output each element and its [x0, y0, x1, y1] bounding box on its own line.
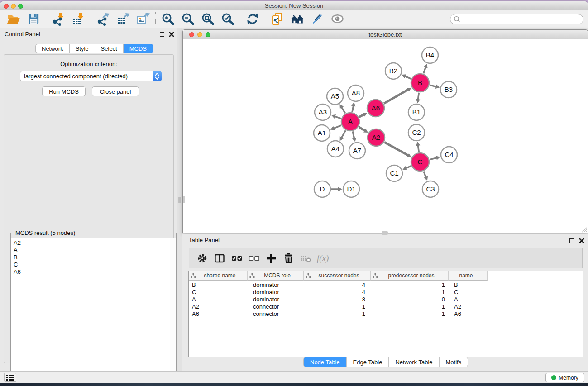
graph-edge-A-A3 — [335, 116, 341, 119]
graph-edge-A-A2 — [359, 127, 365, 131]
edge-arrowhead — [352, 138, 356, 142]
export-network-button[interactable] — [93, 11, 113, 27]
graph-edge-C-C1 — [406, 166, 411, 168]
tab-edge-table[interactable]: Edge Table — [347, 357, 389, 367]
column-namespace-icon — [249, 273, 255, 278]
column-header-label: shared name — [196, 272, 247, 279]
task-history-button[interactable] — [4, 373, 16, 382]
zoom-fit-button[interactable] — [198, 11, 218, 27]
tab-network[interactable]: Network — [35, 44, 70, 53]
graph-edge-A-A5 — [342, 107, 345, 113]
result-scrollbar[interactable] — [170, 238, 176, 383]
table-row-a[interactable]: Adominator80A — [189, 296, 583, 303]
tab-select[interactable]: Select — [95, 44, 124, 53]
network-graph-canvas[interactable]: AA1A3A4A5A7A8A6A2BB1B2B3B4CC1C2C3C4DD1 — [183, 40, 588, 233]
run-mcds-button[interactable]: Run MCDS — [42, 86, 86, 96]
graph-node-label-D1: D1 — [347, 185, 355, 193]
memory-button[interactable]: Memory — [545, 373, 584, 382]
result-item-a[interactable]: A — [11, 247, 170, 254]
table-row-a6[interactable]: A6connector11A6 — [189, 310, 583, 318]
search-input[interactable] — [461, 15, 583, 24]
column-header-name[interactable]: name — [449, 271, 488, 281]
show-graphics-details-button[interactable] — [327, 11, 347, 27]
apply-function-button[interactable]: f(x) — [314, 250, 329, 267]
horizontal-splitter-handle[interactable] — [382, 231, 388, 235]
tab-motifs[interactable]: Motifs — [440, 357, 468, 367]
tab-network-table[interactable]: Network Table — [389, 357, 439, 367]
graph-node-label-D: D — [320, 185, 325, 193]
network-window-titlebar: testGlobe.txt — [183, 30, 588, 39]
new-network-from-selection-button[interactable] — [268, 11, 287, 27]
export-table-button[interactable] — [113, 11, 133, 27]
result-item-c[interactable]: C — [11, 261, 170, 268]
delete-column-button[interactable] — [280, 250, 297, 267]
search-field[interactable] — [450, 14, 583, 24]
table-cell: dominator — [248, 289, 304, 296]
import-network-icon — [52, 12, 65, 26]
column-header-shared-name[interactable]: shared name — [189, 271, 248, 281]
graph-node-label-C3: C3 — [426, 185, 435, 193]
table-panel-title: Table Panel — [189, 237, 220, 243]
graph-node-label-A5: A5 — [331, 92, 339, 100]
result-item-a2[interactable]: A2 — [11, 239, 170, 247]
graph-edge-C-C3 — [424, 172, 426, 177]
panel-splitter[interactable] — [177, 28, 182, 371]
hide-labels-button[interactable] — [307, 11, 327, 27]
edge-arrowhead — [436, 156, 440, 160]
zoom-out-button[interactable] — [178, 11, 198, 27]
tab-mcds[interactable]: MCDS — [124, 44, 153, 53]
column-header-MCDS-role[interactable]: MCDS role — [248, 271, 304, 281]
tab-node-table[interactable]: Node Table — [304, 357, 347, 367]
houses-icon — [290, 13, 305, 25]
export-image-button[interactable] — [133, 11, 153, 27]
result-item-b[interactable]: B — [11, 254, 170, 261]
first-neighbors-button[interactable] — [287, 11, 307, 27]
graph-node-label-A: A — [348, 118, 353, 125]
gear-icon — [197, 253, 208, 264]
delete-table-button[interactable] — [297, 250, 314, 267]
import-table-button[interactable] — [68, 11, 88, 27]
split-view-button[interactable] — [211, 250, 228, 267]
splitter-handle[interactable] — [178, 197, 181, 203]
result-item-a6[interactable]: A6 — [11, 268, 170, 276]
desktop-background — [0, 383, 588, 386]
table-cell: B — [189, 281, 248, 289]
toolbar-separator — [265, 12, 265, 26]
column-header-predecessor-nodes[interactable]: predecessor nodes — [371, 271, 449, 281]
resize-grip[interactable] — [586, 231, 587, 232]
zoom-in-button[interactable] — [158, 11, 178, 27]
export-image-icon — [136, 12, 150, 26]
column-settings-button[interactable] — [194, 250, 211, 267]
table-cell: 1 — [371, 289, 449, 296]
close-panel-icon[interactable] — [169, 32, 174, 37]
graph-edge-A-A4 — [341, 130, 345, 138]
float-table-panel-icon[interactable] — [569, 238, 574, 243]
table-row-c[interactable]: Cdominator41C — [189, 289, 583, 296]
network-view-title: testGlobe.txt — [183, 31, 588, 38]
graph-node-label-B: B — [418, 79, 422, 86]
column-header-successor-nodes[interactable]: successor nodes — [304, 271, 371, 281]
dropdown-stepper-icon — [153, 71, 162, 81]
refresh-layout-button[interactable] — [243, 11, 263, 27]
table-cell: A — [189, 296, 248, 303]
edge-arrowhead — [435, 85, 440, 89]
open-session-button[interactable] — [4, 11, 24, 27]
tab-style[interactable]: Style — [70, 44, 95, 53]
table-cell: A — [449, 296, 488, 303]
criterion-dropdown[interactable]: largest connected component (directed) — [20, 71, 162, 81]
add-column-button[interactable] — [263, 250, 280, 267]
table-row-a2[interactable]: A2connector11A2 — [189, 303, 583, 310]
table-cell: A6 — [449, 310, 488, 318]
deselect-all-rows-button[interactable] — [245, 250, 263, 267]
column-header-label: name — [449, 272, 487, 279]
status-bar: Memory — [0, 371, 588, 383]
import-network-button[interactable] — [48, 11, 68, 27]
window-title: Session: New Session — [0, 2, 588, 9]
save-session-button[interactable] — [24, 11, 43, 27]
float-panel-icon[interactable] — [160, 32, 164, 37]
zoom-selected-button[interactable] — [218, 11, 238, 27]
close-panel-button[interactable]: Close panel — [92, 86, 139, 96]
table-row-b[interactable]: Bdominator41B — [189, 281, 583, 289]
close-table-panel-icon[interactable] — [579, 238, 584, 243]
select-all-rows-button[interactable] — [228, 250, 245, 267]
